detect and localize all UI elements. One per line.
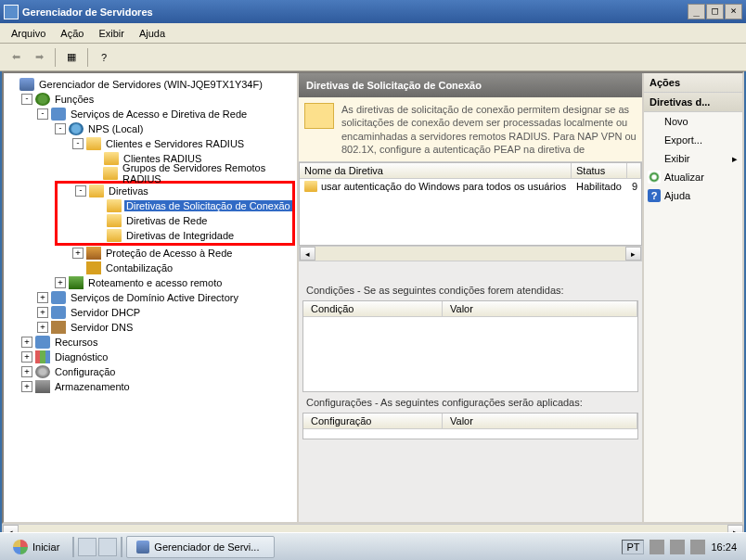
col-order[interactable] — [627, 163, 641, 178]
tree-root[interactable]: Gerenciador de Servidores (WIN-JQE9TX1Y3… — [6, 77, 295, 92]
tree-diretivas-conexao[interactable]: Diretivas de Solicitação de Conexão — [58, 198, 292, 213]
expand-icon[interactable]: + — [21, 366, 32, 377]
taskbar-divider — [72, 537, 74, 557]
nav-forward-button: ➡ — [29, 47, 49, 68]
tree-label: Servidor DHCP — [69, 307, 142, 318]
collapse-icon[interactable]: - — [75, 185, 86, 197]
action-label: Ajuda — [664, 190, 690, 201]
taskbar-app-button[interactable]: Gerenciador de Servi... — [126, 536, 275, 558]
splitter[interactable] — [299, 261, 642, 280]
tree-nps[interactable]: - NPS (Local) — [6, 121, 295, 136]
action-label: Atualizar — [664, 172, 704, 183]
language-indicator[interactable]: PT — [622, 540, 644, 554]
expand-icon[interactable]: + — [21, 351, 32, 363]
start-button[interactable]: Iniciar — [4, 536, 69, 558]
action-ajuda[interactable]: ? Ajuda — [644, 186, 742, 205]
taskbar: Iniciar Gerenciador de Servi... PT 16:24 — [0, 532, 746, 560]
expand-icon[interactable]: + — [37, 292, 48, 303]
tree-armazenamento[interactable]: + Armazenamento — [6, 379, 295, 394]
cell-name: usar autenticação do Windows para todos … — [321, 181, 566, 192]
tree-dns[interactable]: + Servidor DNS — [6, 320, 295, 335]
workspace: Gerenciador de Servidores (WIN-JQE9TX1Y3… — [2, 71, 744, 524]
expand-icon[interactable]: + — [72, 248, 84, 259]
col-value[interactable]: Valor — [443, 301, 637, 316]
scroll-left-button[interactable]: ◂ — [300, 247, 315, 261]
info-icon — [304, 103, 334, 129]
list-empty-area — [300, 194, 641, 245]
toolbar: ⬅ ➡ ▦ ? — [0, 44, 746, 71]
settings-title: Configurações - As seguintes configuraçõ… — [299, 392, 642, 413]
close-button[interactable]: × — [725, 4, 742, 19]
collapse-icon[interactable]: - — [37, 108, 48, 120]
policy-list[interactable]: Nome da Diretiva Status usar autenticaçã… — [299, 162, 642, 246]
conditions-body — [303, 317, 637, 391]
tray-icon[interactable] — [650, 540, 664, 554]
details-header: Diretivas de Solicitação de Conexão — [299, 73, 642, 97]
col-status[interactable]: Status — [572, 163, 627, 178]
tree-funcoes[interactable]: - Funções — [6, 92, 295, 107]
tree-diretivas[interactable]: - Diretivas — [58, 184, 292, 198]
folder-icon — [107, 229, 122, 242]
toolbar-divider — [87, 48, 88, 67]
minimize-button[interactable]: _ — [688, 4, 705, 19]
tree-roteamento[interactable]: + Roteamento e acesso remoto — [6, 275, 295, 290]
collapse-icon[interactable]: - — [55, 123, 66, 134]
action-export[interactable]: Export... — [644, 131, 742, 149]
help-button[interactable]: ? — [94, 47, 114, 68]
expand-icon[interactable]: + — [37, 307, 48, 318]
quick-launch-desktop[interactable] — [78, 538, 96, 556]
tray-icon[interactable] — [690, 540, 705, 554]
tree-label: Servidor DNS — [69, 322, 135, 333]
clock[interactable]: 16:24 — [711, 541, 737, 553]
tree-diretivas-integridade[interactable]: Diretivas de Integridade — [58, 228, 292, 243]
action-exibir[interactable]: Exibir — [644, 149, 742, 168]
folder-icon — [86, 137, 101, 150]
scroll-right-button[interactable]: ▸ — [625, 247, 641, 261]
tree-active-directory[interactable]: + Serviços de Domínio Active Directory — [6, 290, 295, 305]
menu-help[interactable]: Ajuda — [132, 25, 173, 42]
tree-label: Funções — [53, 94, 96, 105]
functions-icon — [35, 93, 50, 106]
tree-diretivas-rede[interactable]: Diretivas de Rede — [58, 213, 292, 228]
menu-view[interactable]: Exibir — [91, 25, 132, 42]
col-setting[interactable]: Configuração — [303, 414, 443, 428]
menu-action[interactable]: Ação — [53, 25, 91, 42]
tree-pane[interactable]: Gerenciador de Servidores (WIN-JQE9TX1Y3… — [4, 73, 299, 522]
menu-file[interactable]: Arquivo — [4, 25, 53, 42]
maximize-button[interactable]: □ — [706, 4, 724, 19]
list-hscrollbar[interactable]: ◂ ▸ — [299, 246, 642, 261]
tree-label: Armazenamento — [53, 381, 132, 392]
expand-icon[interactable]: + — [55, 277, 66, 288]
tree-contabilizacao[interactable]: Contabilização — [6, 261, 295, 275]
tree-grupos-radius[interactable]: Grupos de Servidores Remotos RADIUS — [6, 166, 295, 181]
expand-icon[interactable]: + — [21, 337, 32, 348]
tray-icon[interactable] — [670, 540, 685, 554]
quick-launch-server[interactable] — [98, 538, 117, 556]
tree-dhcp[interactable]: + Servidor DHCP — [6, 305, 295, 320]
scroll-track[interactable] — [315, 247, 625, 261]
tree-recursos[interactable]: + Recursos — [6, 335, 295, 350]
list-row[interactable]: usar autenticação do Windows para todos … — [300, 179, 641, 194]
collapse-icon[interactable]: - — [21, 94, 32, 105]
action-atualizar[interactable]: Atualizar — [644, 168, 742, 186]
nav-back-button: ⬅ — [6, 47, 26, 68]
tree-label: Gerenciador de Servidores (WIN-JQE9TX1Y3… — [37, 79, 264, 90]
expand-icon[interactable]: + — [37, 322, 48, 333]
col-value[interactable]: Valor — [443, 414, 637, 428]
collapse-icon[interactable]: - — [72, 138, 84, 149]
expand-icon[interactable]: + — [21, 381, 32, 392]
col-name[interactable]: Nome da Diretiva — [300, 163, 572, 178]
system-tray: PT 16:24 — [616, 540, 742, 554]
col-condition[interactable]: Condição — [303, 301, 443, 316]
diagnostics-icon — [35, 350, 50, 363]
tree-servicos-acesso[interactable]: - Serviços de Acesso e Diretiva de Rede — [6, 107, 295, 121]
server-icon — [19, 78, 34, 91]
role-icon — [51, 291, 66, 304]
action-novo[interactable]: Novo — [644, 112, 742, 131]
tree-configuracao[interactable]: + Configuração — [6, 364, 295, 379]
tree-clientes-servidores[interactable]: - Clientes e Servidores RADIUS — [6, 136, 295, 151]
view-mode-button[interactable]: ▦ — [61, 47, 82, 68]
spacer — [93, 200, 104, 211]
tree-protecao-acesso[interactable]: + Proteção de Acesso à Rede — [6, 246, 295, 261]
tree-diagnostico[interactable]: + Diagnóstico — [6, 350, 295, 364]
